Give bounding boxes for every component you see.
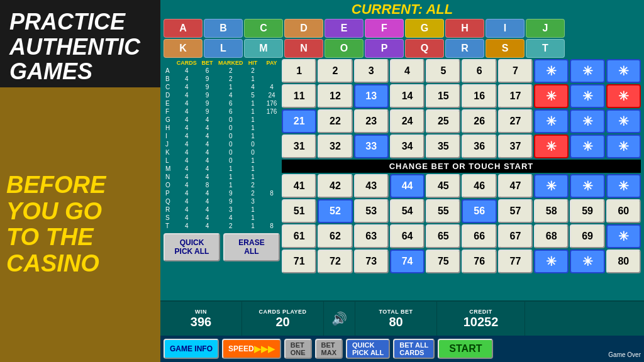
number-cell[interactable]: 46 — [462, 174, 496, 198]
number-cell[interactable]: 45 — [426, 174, 460, 198]
number-cell[interactable]: ✳ — [534, 174, 569, 198]
number-cell[interactable]: 75 — [426, 250, 460, 273]
number-cell[interactable]: 56 — [462, 199, 496, 223]
number-cell[interactable]: ✳ — [534, 109, 569, 133]
number-cell[interactable]: 74 — [390, 250, 425, 273]
number-cell[interactable]: ✳ — [534, 84, 569, 108]
number-cell[interactable]: 42 — [318, 174, 352, 198]
number-cell[interactable]: ✳ — [570, 134, 604, 158]
game-info-button[interactable]: GAME INFO — [164, 339, 219, 359]
number-cell[interactable]: 77 — [498, 250, 533, 273]
bet-max-button[interactable]: BET MAX — [315, 339, 343, 359]
letter-cell-l[interactable]: L — [204, 39, 243, 58]
number-cell[interactable]: 41 — [282, 174, 316, 198]
letter-cell-q[interactable]: Q — [405, 39, 444, 58]
number-cell[interactable]: 37 — [498, 134, 533, 158]
letter-cell-j[interactable]: J — [526, 19, 565, 38]
number-cell[interactable]: ✳ — [570, 84, 604, 108]
number-cell[interactable]: 13 — [354, 84, 389, 108]
letter-cell-k[interactable]: K — [164, 39, 203, 58]
number-cell[interactable]: 3 — [354, 59, 389, 83]
number-cell[interactable]: 24 — [390, 109, 425, 133]
start-button[interactable]: START — [438, 339, 493, 359]
speaker-section[interactable]: 🔊 — [324, 302, 355, 336]
number-cell[interactable]: 65 — [426, 224, 460, 248]
number-cell[interactable]: 4 — [390, 59, 425, 83]
number-cell[interactable]: 2 — [318, 59, 352, 83]
number-cell[interactable]: 43 — [354, 174, 389, 198]
number-cell[interactable]: 71 — [282, 250, 316, 273]
letter-cell-i[interactable]: I — [486, 19, 525, 38]
quick-pick-all-button[interactable]: QUICK PICK ALL — [164, 233, 220, 261]
number-cell[interactable]: 51 — [282, 199, 316, 223]
number-cell[interactable]: 11 — [282, 84, 316, 108]
number-cell[interactable]: 67 — [498, 224, 533, 248]
number-cell[interactable]: 17 — [498, 84, 533, 108]
number-cell[interactable]: 35 — [426, 134, 460, 158]
number-cell[interactable]: 72 — [318, 250, 352, 273]
number-cell[interactable]: 68 — [534, 224, 569, 248]
number-cell[interactable]: 5 — [426, 59, 460, 83]
number-cell[interactable]: 32 — [318, 134, 352, 158]
number-cell[interactable]: ✳ — [570, 174, 604, 198]
number-cell[interactable]: ✳ — [570, 59, 604, 83]
number-cell[interactable]: 15 — [426, 84, 460, 108]
number-cell[interactable]: ✳ — [606, 59, 641, 83]
number-cell[interactable]: 60 — [606, 199, 641, 223]
letter-cell-s[interactable]: S — [486, 39, 525, 58]
number-cell[interactable]: 52 — [318, 199, 352, 223]
number-cell[interactable]: 31 — [282, 134, 316, 158]
bet-one-button[interactable]: BET ONE — [284, 339, 312, 359]
number-cell[interactable]: 27 — [498, 109, 533, 133]
number-cell[interactable]: 55 — [426, 199, 460, 223]
number-cell[interactable]: 34 — [390, 134, 425, 158]
letter-cell-r[interactable]: R — [445, 39, 484, 58]
number-cell[interactable]: 6 — [462, 59, 496, 83]
number-cell[interactable]: 16 — [462, 84, 496, 108]
letter-cell-m[interactable]: M — [244, 39, 283, 58]
number-cell[interactable]: 47 — [498, 174, 533, 198]
number-cell[interactable]: 7 — [498, 59, 533, 83]
number-cell[interactable]: ✳ — [606, 174, 641, 198]
number-cell[interactable]: 44 — [390, 174, 425, 198]
number-cell[interactable]: 57 — [498, 199, 533, 223]
number-cell[interactable]: 73 — [354, 250, 389, 273]
number-cell[interactable]: 61 — [282, 224, 316, 248]
number-cell[interactable]: 59 — [570, 199, 604, 223]
number-cell[interactable]: 25 — [426, 109, 460, 133]
number-cell[interactable]: ✳ — [606, 224, 641, 248]
letter-cell-p[interactable]: P — [365, 39, 404, 58]
number-cell[interactable]: 12 — [318, 84, 352, 108]
number-cell[interactable]: 23 — [354, 109, 389, 133]
speed-button[interactable]: SPEED ▶▶▶ — [222, 339, 281, 359]
number-cell[interactable]: ✳ — [534, 250, 569, 273]
number-cell[interactable]: ✳ — [606, 109, 641, 133]
number-cell[interactable]: 58 — [534, 199, 569, 223]
number-cell[interactable]: ✳ — [606, 134, 641, 158]
number-cell[interactable]: 80 — [606, 250, 641, 273]
number-cell[interactable]: ✳ — [534, 59, 569, 83]
letter-cell-c[interactable]: C — [244, 19, 283, 38]
number-cell[interactable]: ✳ — [570, 109, 604, 133]
number-cell[interactable]: 14 — [390, 84, 425, 108]
letter-cell-e[interactable]: E — [325, 19, 364, 38]
quick-pick-all-bottom-button[interactable]: QUICK PICK ALL — [346, 339, 390, 359]
letter-cell-h[interactable]: H — [445, 19, 484, 38]
letter-cell-f[interactable]: F — [365, 19, 404, 38]
letter-cell-d[interactable]: D — [284, 19, 323, 38]
bet-all-cards-button[interactable]: BET ALL CARDS — [393, 339, 435, 359]
letter-cell-a[interactable]: A — [164, 19, 203, 38]
number-cell[interactable]: ✳ — [606, 84, 641, 108]
number-cell[interactable]: 1 — [282, 59, 316, 83]
letter-cell-n[interactable]: N — [284, 39, 323, 58]
letter-cell-t[interactable]: T — [526, 39, 565, 58]
number-cell[interactable]: 36 — [462, 134, 496, 158]
number-cell[interactable]: 33 — [354, 134, 389, 158]
number-cell[interactable]: 76 — [462, 250, 496, 273]
number-cell[interactable]: 62 — [318, 224, 352, 248]
erase-all-button[interactable]: ERASE ALL — [223, 233, 280, 261]
letter-cell-b[interactable]: B — [204, 19, 243, 38]
letter-cell-g[interactable]: G — [405, 19, 444, 38]
number-cell[interactable]: ✳ — [570, 250, 604, 273]
number-cell[interactable]: 66 — [462, 224, 496, 248]
